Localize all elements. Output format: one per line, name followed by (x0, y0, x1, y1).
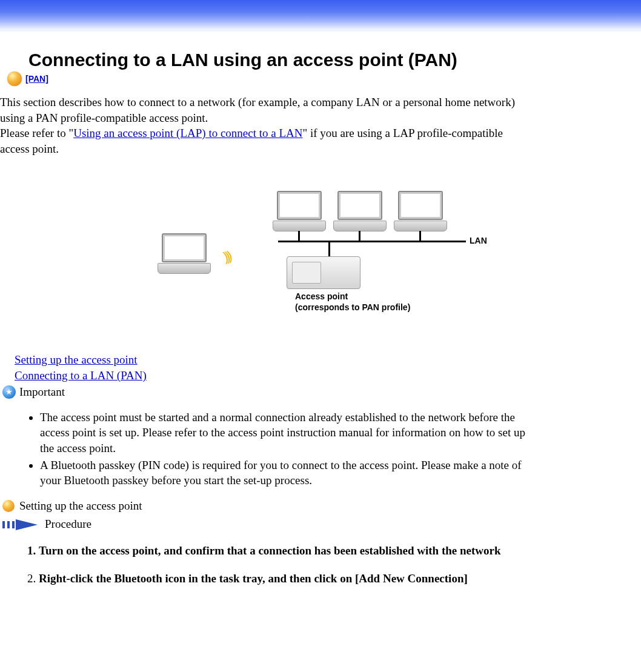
cable-line (298, 231, 300, 242)
important-label: Important (19, 385, 65, 399)
intro-text-1: This section describes how to connect to… (0, 96, 515, 124)
orb-icon (2, 500, 15, 512)
arrow-icon (2, 517, 41, 531)
wireless-icon: ))) (222, 248, 231, 265)
list-item: Turn on the access point, and confirm th… (39, 543, 536, 559)
cable-line (419, 231, 421, 242)
toc-link-setup[interactable]: Setting up the access point (15, 353, 138, 366)
laptop-icon (157, 233, 211, 272)
procedure-label: Procedure (45, 517, 91, 531)
laptop-icon (393, 191, 448, 230)
access-point-icon (287, 256, 360, 289)
star-icon (2, 385, 16, 399)
header-banner (0, 0, 641, 32)
diagram-label-ap-1: Access point (295, 291, 348, 301)
pan-link[interactable]: [PAN] (25, 74, 48, 84)
procedure-steps: Turn on the access point, and confirm th… (22, 543, 536, 586)
cable-line (278, 241, 466, 242)
network-diagram: ))) LAN Access point (corresponds to PAN… (157, 191, 484, 318)
laptop-icon (333, 191, 387, 230)
list-item: The access point must be started and a n… (40, 410, 537, 456)
cable-line (328, 241, 330, 256)
intro-text-2a: Please refer to " (0, 127, 73, 139)
important-notes-list: The access point must be started and a n… (22, 410, 537, 488)
list-item: A Bluetooth passkey (PIN code) is requir… (40, 457, 537, 488)
diagram-label-ap-2: (corresponds to PAN profile) (295, 302, 410, 312)
laptop-icon (272, 191, 327, 230)
diagram-label-lan: LAN (470, 236, 487, 245)
list-item: Right-click the Bluetooth icon in the ta… (39, 571, 536, 587)
cable-line (359, 231, 360, 242)
orb-icon (7, 72, 22, 86)
toc-link-connect[interactable]: Connecting to a LAN (PAN) (15, 369, 147, 382)
lap-link[interactable]: Using an access point (LAP) to connect t… (73, 127, 302, 139)
page-title: Connecting to a LAN using an access poin… (28, 50, 641, 70)
subheading-setup: Setting up the access point (19, 499, 142, 513)
